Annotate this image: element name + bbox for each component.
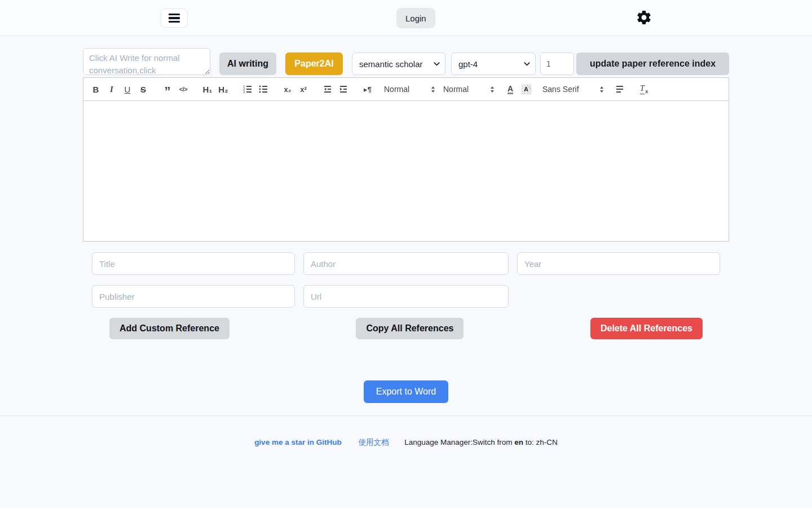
copy-all-references-button[interactable]: Copy All References <box>356 318 464 339</box>
model-select-wrap: gpt-4 <box>451 52 536 75</box>
picker-arrows-icon <box>600 86 603 93</box>
year-field[interactable] <box>517 252 720 275</box>
font-picker[interactable]: Sans Serif <box>542 82 603 96</box>
export-row: Export to Word <box>83 380 729 403</box>
font-picker-label: Sans Serif <box>542 85 579 94</box>
github-star-link[interactable]: give me a star in GitHub <box>254 438 342 446</box>
header-picker-label: Normal <box>443 85 469 94</box>
indent-icon <box>338 84 348 94</box>
ai-writing-button[interactable]: AI writing <box>219 52 276 75</box>
size-picker[interactable]: Normal <box>384 82 435 96</box>
picker-arrows-icon <box>431 86 435 93</box>
header1-button[interactable]: H₁ <box>200 82 215 96</box>
editor-toolbar: B I U S ” </> H₁ H₂ 123 <box>83 77 729 101</box>
picker-arrows-icon <box>491 86 494 93</box>
model-select[interactable]: gpt-4 <box>451 52 536 75</box>
main-content: AI writing Paper2AI semantic scholar gpt… <box>83 48 729 403</box>
search-engine-select-wrap: semantic scholar <box>352 52 445 75</box>
ordered-list-button[interactable]: 123 <box>240 82 255 96</box>
bullet-list-button[interactable] <box>255 82 271 96</box>
rich-text-editor: B I U S ” </> H₁ H₂ 123 <box>83 77 729 242</box>
author-field[interactable] <box>303 252 509 275</box>
settings-button[interactable] <box>636 9 654 27</box>
superscript-button[interactable]: x² <box>295 82 311 96</box>
login-button[interactable]: Login <box>396 8 435 28</box>
svg-text:3: 3 <box>243 90 245 94</box>
custom-reference-form: Add Custom Reference Copy All References… <box>83 252 729 339</box>
background-color-button[interactable]: A <box>518 82 534 96</box>
language-target[interactable]: zh-CN <box>536 438 558 446</box>
underline-button[interactable]: U <box>120 82 135 96</box>
prompt-input[interactable] <box>83 48 210 75</box>
url-field[interactable] <box>303 285 509 308</box>
reference-actions-row: Add Custom Reference Copy All References… <box>92 318 720 339</box>
title-field[interactable] <box>92 252 295 275</box>
ordered-list-icon: 123 <box>242 84 253 94</box>
bullet-list-icon <box>258 84 268 94</box>
search-engine-select[interactable]: semantic scholar <box>352 52 445 75</box>
gear-icon <box>636 9 652 26</box>
editor-content-area[interactable] <box>83 101 729 242</box>
size-picker-label: Normal <box>384 85 409 94</box>
indent-button[interactable] <box>336 82 351 96</box>
clear-formatting-icon: Tx <box>640 85 648 94</box>
paper2ai-button[interactable]: Paper2AI <box>285 52 343 75</box>
footer-divider <box>0 415 812 416</box>
subscript-button[interactable]: x₂ <box>280 82 295 96</box>
bold-button[interactable]: B <box>88 82 104 96</box>
top-bar: Login <box>0 0 812 36</box>
publisher-field[interactable] <box>92 285 295 308</box>
docs-link[interactable]: 使用文档 <box>358 438 389 446</box>
controls-row: AI writing Paper2AI semantic scholar gpt… <box>83 48 729 75</box>
code-block-button[interactable]: </> <box>175 82 191 96</box>
update-reference-index-button[interactable]: update paper reference index <box>576 52 729 75</box>
delete-all-references-button[interactable]: Delete All References <box>590 318 703 339</box>
add-custom-reference-button[interactable]: Add Custom Reference <box>109 318 230 339</box>
outdent-icon <box>323 84 333 94</box>
header2-button[interactable]: H₂ <box>215 82 231 96</box>
menu-button[interactable] <box>161 8 188 28</box>
text-color-icon: A <box>508 85 513 94</box>
language-manager-text: Language Manager:Switch from en to: zh-C… <box>404 438 558 446</box>
footer: give me a star in GitHub 使用文档 Language M… <box>0 421 812 448</box>
outdent-button[interactable] <box>320 82 336 96</box>
text-direction-button[interactable]: ▸¶ <box>360 82 376 96</box>
italic-button[interactable]: I <box>104 82 120 96</box>
align-icon <box>615 84 625 94</box>
header-picker[interactable]: Normal <box>443 82 494 96</box>
blockquote-button[interactable]: ” <box>160 82 175 96</box>
text-color-button[interactable]: A <box>502 82 518 96</box>
align-button[interactable] <box>612 82 628 96</box>
export-to-word-button[interactable]: Export to Word <box>364 380 448 403</box>
clear-formatting-button[interactable]: Tx <box>636 82 652 96</box>
background-color-icon: A <box>522 85 531 94</box>
strikethrough-button[interactable]: S <box>135 82 151 96</box>
reference-index-input[interactable] <box>540 52 574 75</box>
language-current: en <box>514 438 523 446</box>
